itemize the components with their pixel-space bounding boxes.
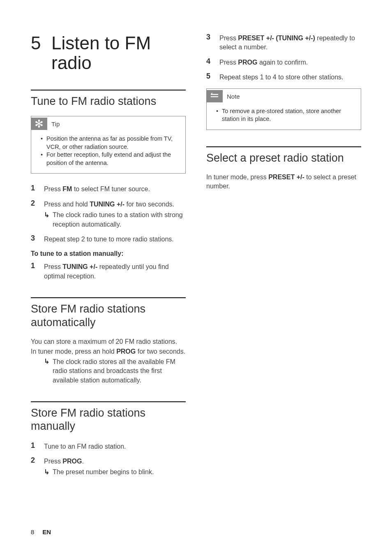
- result-arrow-icon: ↳: [44, 468, 49, 477]
- page-number: 8: [31, 528, 34, 535]
- step-number: 3: [206, 33, 212, 52]
- step-number: 1: [31, 262, 37, 281]
- note-label: Note: [227, 93, 240, 100]
- step-number: 2: [31, 456, 37, 477]
- steps-list-continued: 3 Press PRESET +/- (TUNING +/-) repeated…: [206, 33, 361, 82]
- asterisk-icon: ✻: [35, 118, 44, 129]
- step-number: 4: [206, 57, 212, 67]
- section-divider: [31, 401, 186, 402]
- page-footer: 8 EN: [31, 528, 51, 535]
- note-item: To remove a pre-stored station, store an…: [218, 107, 355, 123]
- section-header: Store FM radio stations automatically: [31, 302, 186, 329]
- subheading-manual: To tune to a station manually:: [31, 250, 186, 257]
- chapter-title: 5 Listen to FM radio: [31, 33, 186, 73]
- section-select-preset: Select a preset radio station In tuner m…: [206, 146, 361, 191]
- step-result: ↳ The clock radio stores all the availab…: [31, 357, 186, 385]
- step-body: Repeat step 2 to tune to more radio stat…: [44, 234, 186, 244]
- step-number: 1: [31, 184, 37, 194]
- steps-list-store: 1 Tune to an FM radio station. 2 Press P…: [31, 441, 186, 477]
- tip-label: Tip: [51, 120, 60, 127]
- steps-list-manual: 1 Press TUNING +/- repeatedly until you …: [31, 262, 186, 281]
- section-header: Select a preset radio station: [206, 151, 361, 164]
- step-number: 2: [31, 199, 37, 229]
- list-item: 1 Press TUNING +/- repeatedly until you …: [31, 262, 186, 281]
- note-callout: Note To remove a pre-stored station, sto…: [206, 88, 361, 130]
- section-divider: [31, 90, 186, 90]
- step-body: Press PROG. ↳ The preset number begins t…: [44, 456, 186, 477]
- chapter-number: 5: [31, 33, 43, 53]
- list-item: 3 Repeat step 2 to tune to more radio st…: [31, 234, 186, 244]
- note-icon-box: [206, 90, 223, 102]
- note-body: To remove a pre-stored station, store an…: [207, 104, 361, 130]
- list-item: 4 Press PROG again to confirm.: [206, 57, 361, 67]
- steps-list-auto: 1 Press FM to select FM tuner source. 2 …: [31, 184, 186, 244]
- step-body: Tune to an FM radio station.: [44, 441, 186, 451]
- tip-body: Position the antenna as far as possible …: [31, 132, 185, 173]
- section-divider: [31, 297, 186, 298]
- step-body: Press TUNING +/- repeatedly until you fi…: [44, 262, 186, 281]
- tip-callout: ✻ Tip Position the antenna as far as pos…: [31, 116, 186, 174]
- list-item: 1 Press FM to select FM tuner source.: [31, 184, 186, 194]
- step-body: Press PROG again to confirm.: [219, 57, 361, 67]
- right-column: 3 Press PRESET +/- (TUNING +/-) repeated…: [206, 33, 361, 493]
- svg-rect-0: [211, 94, 218, 95]
- step-number: 5: [206, 72, 212, 82]
- list-item: 3 Press PRESET +/- (TUNING +/-) repeated…: [206, 33, 361, 52]
- step-result: ↳ The clock radio tunes to a station wit…: [44, 211, 186, 229]
- list-item: 5 Repeat steps 1 to 4 to store other sta…: [206, 72, 361, 82]
- step-body: Press FM to select FM tuner source.: [44, 184, 186, 194]
- section-header: Tune to FM radio stations: [31, 95, 186, 108]
- list-item: 2 Press PROG. ↳ The preset number begins…: [31, 456, 186, 477]
- chapter-text: Listen to FM radio: [51, 33, 186, 73]
- section-store-manual: Store FM radio stations manually 1 Tune …: [31, 401, 186, 477]
- svg-rect-1: [211, 96, 218, 97]
- list-item: 2 Press and hold TUNING +/- for two seco…: [31, 199, 186, 229]
- step-body: Press PRESET +/- (TUNING +/-) repeatedly…: [219, 33, 361, 52]
- tip-item: Position the antenna as far as possible …: [42, 135, 179, 151]
- body-text: In tuner mode, press an hold PROG for tw…: [31, 347, 186, 356]
- step-body: Repeat steps 1 to 4 to store other stati…: [219, 72, 361, 82]
- language-label: EN: [42, 528, 51, 535]
- section-store-auto: Store FM radio stations automatically Yo…: [31, 297, 186, 385]
- result-arrow-icon: ↳: [44, 211, 49, 229]
- tip-item: For better reception, fully extend and a…: [42, 151, 179, 167]
- note-header: Note: [207, 89, 361, 104]
- section-header: Store FM radio stations manually: [31, 406, 186, 433]
- result-arrow-icon: ↳: [44, 357, 49, 385]
- section-tune-fm: Tune to FM radio stations ✻ Tip Position…: [31, 90, 186, 281]
- step-number: 1: [31, 441, 37, 451]
- body-text: In tuner mode, press PRESET +/- to selec…: [206, 173, 361, 191]
- tip-icon-box: ✻: [31, 118, 47, 130]
- body-text: You can store a maximum of 20 FM radio s…: [31, 337, 186, 346]
- note-icon: [210, 92, 219, 100]
- list-item: 1 Tune to an FM radio station.: [31, 441, 186, 451]
- tip-header: ✻ Tip: [31, 116, 185, 132]
- section-divider: [206, 146, 361, 147]
- step-number: 3: [31, 234, 37, 244]
- left-column: 5 Listen to FM radio Tune to FM radio st…: [31, 33, 186, 493]
- step-result: ↳ The preset number begins to blink.: [44, 468, 186, 477]
- step-body: Press and hold TUNING +/- for two second…: [44, 199, 186, 229]
